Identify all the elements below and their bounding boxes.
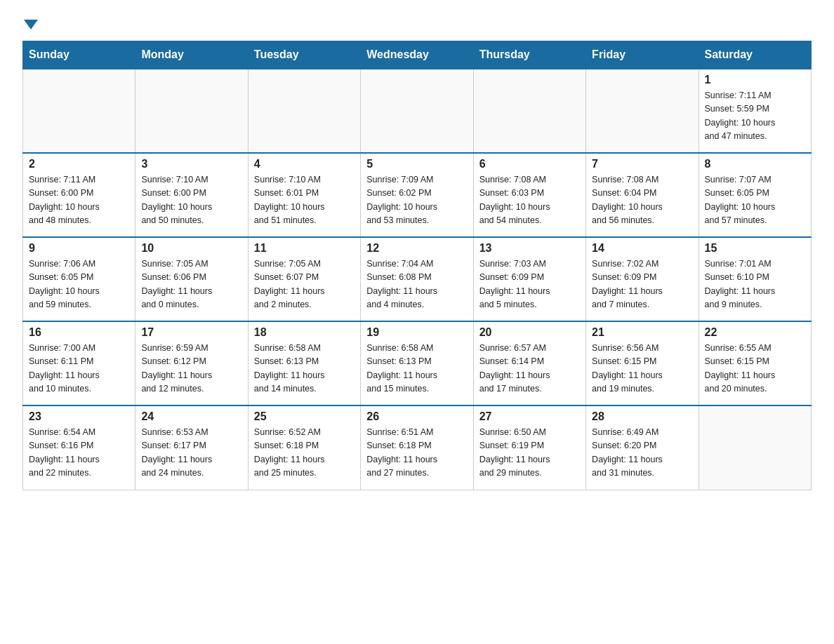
- day-info: Sunrise: 7:06 AM Sunset: 6:05 PM Dayligh…: [29, 257, 129, 312]
- calendar-cell: 2Sunrise: 7:11 AM Sunset: 6:00 PM Daylig…: [23, 153, 135, 237]
- day-info: Sunrise: 7:08 AM Sunset: 6:03 PM Dayligh…: [479, 173, 580, 228]
- day-info: Sunrise: 7:08 AM Sunset: 6:04 PM Dayligh…: [592, 173, 692, 228]
- calendar-cell: 19Sunrise: 6:58 AM Sunset: 6:13 PM Dayli…: [361, 321, 473, 405]
- day-number: 1: [705, 74, 805, 86]
- calendar-cell: 26Sunrise: 6:51 AM Sunset: 6:18 PM Dayli…: [361, 405, 473, 490]
- calendar-cell: 18Sunrise: 6:58 AM Sunset: 6:13 PM Dayli…: [248, 321, 360, 405]
- day-header-thursday: Thursday: [473, 41, 585, 69]
- calendar-week-row: 2Sunrise: 7:11 AM Sunset: 6:00 PM Daylig…: [23, 153, 812, 237]
- day-info: Sunrise: 6:59 AM Sunset: 6:12 PM Dayligh…: [141, 342, 241, 396]
- day-number: 12: [366, 242, 467, 255]
- day-number: 24: [141, 410, 241, 423]
- day-info: Sunrise: 6:55 AM Sunset: 6:15 PM Dayligh…: [705, 342, 805, 396]
- calendar-table: SundayMondayTuesdayWednesdayThursdayFrid…: [22, 41, 812, 490]
- calendar-cell: 1Sunrise: 7:11 AM Sunset: 5:59 PM Daylig…: [699, 69, 811, 153]
- calendar-cell: 8Sunrise: 7:07 AM Sunset: 6:05 PM Daylig…: [699, 153, 811, 237]
- day-info: Sunrise: 7:02 AM Sunset: 6:09 PM Dayligh…: [592, 257, 692, 312]
- page-header: [22, 17, 812, 29]
- day-number: 18: [254, 326, 355, 339]
- calendar-cell: [135, 69, 248, 153]
- day-info: Sunrise: 6:52 AM Sunset: 6:18 PM Dayligh…: [254, 426, 355, 481]
- calendar-cell: [586, 69, 699, 153]
- day-number: 15: [705, 242, 805, 255]
- calendar-week-row: 1Sunrise: 7:11 AM Sunset: 5:59 PM Daylig…: [23, 69, 812, 153]
- day-info: Sunrise: 6:51 AM Sunset: 6:18 PM Dayligh…: [366, 426, 467, 481]
- day-info: Sunrise: 7:03 AM Sunset: 6:09 PM Dayligh…: [479, 257, 580, 312]
- calendar-cell: 16Sunrise: 7:00 AM Sunset: 6:11 PM Dayli…: [23, 321, 135, 405]
- calendar-cell: 10Sunrise: 7:05 AM Sunset: 6:06 PM Dayli…: [135, 237, 248, 321]
- day-number: 20: [479, 326, 580, 339]
- day-info: Sunrise: 7:05 AM Sunset: 6:06 PM Dayligh…: [141, 257, 241, 312]
- day-info: Sunrise: 7:11 AM Sunset: 6:00 PM Dayligh…: [29, 173, 129, 228]
- day-number: 9: [29, 242, 129, 255]
- day-info: Sunrise: 7:05 AM Sunset: 6:07 PM Dayligh…: [254, 257, 355, 312]
- logo-arrow-icon: [24, 20, 38, 29]
- day-number: 26: [366, 410, 467, 423]
- day-info: Sunrise: 6:50 AM Sunset: 6:19 PM Dayligh…: [479, 426, 580, 481]
- calendar-cell: 14Sunrise: 7:02 AM Sunset: 6:09 PM Dayli…: [586, 237, 699, 321]
- day-number: 27: [479, 410, 580, 423]
- day-number: 7: [592, 158, 692, 170]
- day-number: 8: [705, 158, 805, 170]
- day-header-friday: Friday: [586, 41, 699, 69]
- day-number: 23: [29, 410, 129, 423]
- calendar-cell: 21Sunrise: 6:56 AM Sunset: 6:15 PM Dayli…: [586, 321, 699, 405]
- calendar-cell: 25Sunrise: 6:52 AM Sunset: 6:18 PM Dayli…: [248, 405, 360, 490]
- calendar-cell: 7Sunrise: 7:08 AM Sunset: 6:04 PM Daylig…: [586, 153, 699, 237]
- calendar-cell: 22Sunrise: 6:55 AM Sunset: 6:15 PM Dayli…: [699, 321, 811, 405]
- day-number: 19: [366, 326, 467, 339]
- calendar-cell: 3Sunrise: 7:10 AM Sunset: 6:00 PM Daylig…: [135, 153, 248, 237]
- day-number: 17: [141, 326, 241, 339]
- calendar-cell: 23Sunrise: 6:54 AM Sunset: 6:16 PM Dayli…: [23, 405, 135, 490]
- calendar-cell: 9Sunrise: 7:06 AM Sunset: 6:05 PM Daylig…: [23, 237, 135, 321]
- calendar-cell: 13Sunrise: 7:03 AM Sunset: 6:09 PM Dayli…: [473, 237, 585, 321]
- calendar-week-row: 9Sunrise: 7:06 AM Sunset: 6:05 PM Daylig…: [23, 237, 812, 321]
- calendar-cell: 6Sunrise: 7:08 AM Sunset: 6:03 PM Daylig…: [473, 153, 585, 237]
- day-info: Sunrise: 7:10 AM Sunset: 6:01 PM Dayligh…: [254, 173, 355, 228]
- calendar-header-row: SundayMondayTuesdayWednesdayThursdayFrid…: [23, 41, 812, 69]
- day-info: Sunrise: 7:10 AM Sunset: 6:00 PM Dayligh…: [141, 173, 241, 228]
- day-number: 14: [592, 242, 692, 255]
- logo: [22, 17, 38, 29]
- calendar-cell: 24Sunrise: 6:53 AM Sunset: 6:17 PM Dayli…: [135, 405, 248, 490]
- day-number: 25: [254, 410, 355, 423]
- day-number: 3: [141, 158, 241, 170]
- day-number: 2: [29, 158, 129, 170]
- day-number: 21: [592, 326, 692, 339]
- day-info: Sunrise: 7:11 AM Sunset: 5:59 PM Dayligh…: [705, 89, 805, 144]
- calendar-cell: 17Sunrise: 6:59 AM Sunset: 6:12 PM Dayli…: [135, 321, 248, 405]
- day-number: 11: [254, 242, 355, 255]
- day-header-sunday: Sunday: [23, 41, 135, 69]
- day-info: Sunrise: 6:56 AM Sunset: 6:15 PM Dayligh…: [592, 342, 692, 396]
- calendar-cell: 12Sunrise: 7:04 AM Sunset: 6:08 PM Dayli…: [361, 237, 473, 321]
- day-info: Sunrise: 6:58 AM Sunset: 6:13 PM Dayligh…: [366, 342, 467, 396]
- calendar-cell: 15Sunrise: 7:01 AM Sunset: 6:10 PM Dayli…: [699, 237, 811, 321]
- calendar-cell: [23, 69, 135, 153]
- day-info: Sunrise: 7:00 AM Sunset: 6:11 PM Dayligh…: [29, 342, 129, 396]
- day-number: 22: [705, 326, 805, 339]
- calendar-cell: 27Sunrise: 6:50 AM Sunset: 6:19 PM Dayli…: [473, 405, 585, 490]
- day-number: 6: [479, 158, 580, 170]
- day-info: Sunrise: 7:09 AM Sunset: 6:02 PM Dayligh…: [366, 173, 467, 228]
- day-header-saturday: Saturday: [699, 41, 811, 69]
- day-info: Sunrise: 7:07 AM Sunset: 6:05 PM Dayligh…: [705, 173, 805, 228]
- day-info: Sunrise: 6:57 AM Sunset: 6:14 PM Dayligh…: [479, 342, 580, 396]
- calendar-cell: 5Sunrise: 7:09 AM Sunset: 6:02 PM Daylig…: [361, 153, 473, 237]
- day-number: 28: [592, 410, 692, 423]
- calendar-cell: 11Sunrise: 7:05 AM Sunset: 6:07 PM Dayli…: [248, 237, 360, 321]
- calendar-cell: 20Sunrise: 6:57 AM Sunset: 6:14 PM Dayli…: [473, 321, 585, 405]
- calendar-cell: [248, 69, 360, 153]
- calendar-cell: 4Sunrise: 7:10 AM Sunset: 6:01 PM Daylig…: [248, 153, 360, 237]
- calendar-cell: 28Sunrise: 6:49 AM Sunset: 6:20 PM Dayli…: [586, 405, 699, 490]
- calendar-cell: [361, 69, 473, 153]
- day-info: Sunrise: 6:53 AM Sunset: 6:17 PM Dayligh…: [141, 426, 241, 481]
- calendar-week-row: 23Sunrise: 6:54 AM Sunset: 6:16 PM Dayli…: [23, 405, 812, 490]
- day-info: Sunrise: 7:04 AM Sunset: 6:08 PM Dayligh…: [366, 257, 467, 312]
- calendar-week-row: 16Sunrise: 7:00 AM Sunset: 6:11 PM Dayli…: [23, 321, 812, 405]
- day-number: 10: [141, 242, 241, 255]
- day-header-tuesday: Tuesday: [248, 41, 360, 69]
- day-info: Sunrise: 6:58 AM Sunset: 6:13 PM Dayligh…: [254, 342, 355, 396]
- day-info: Sunrise: 6:54 AM Sunset: 6:16 PM Dayligh…: [29, 426, 129, 481]
- day-number: 13: [479, 242, 580, 255]
- day-number: 5: [366, 158, 467, 170]
